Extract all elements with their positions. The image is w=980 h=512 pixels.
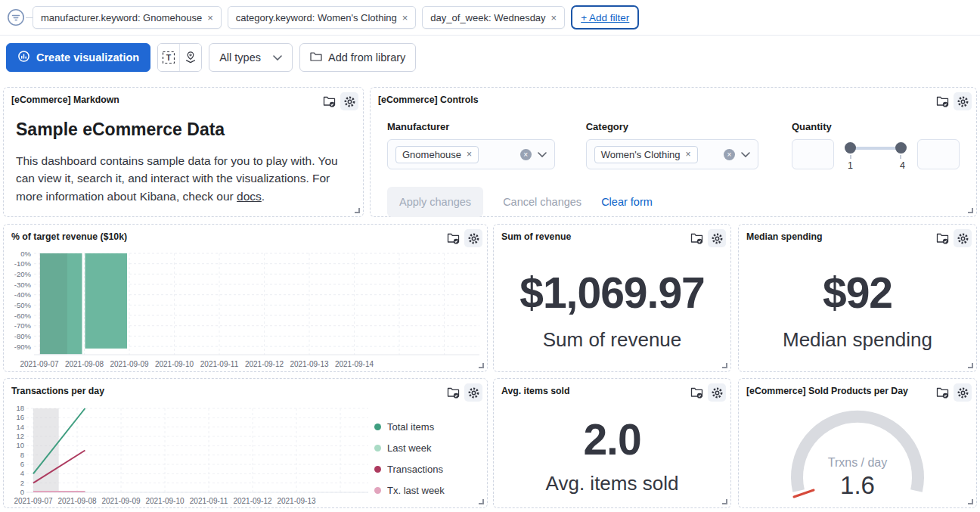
docs-link[interactable]: docs	[237, 190, 262, 203]
panel-resize-handle[interactable]	[355, 208, 360, 213]
quantity-max-input[interactable]	[917, 139, 960, 169]
panel-header: [eCommerce] Markdown	[4, 88, 363, 110]
all-types-label: All types	[219, 51, 261, 64]
clear-selection-icon[interactable]: ×	[520, 149, 532, 160]
metric-label: Avg. items sold	[546, 472, 679, 495]
save-to-library-icon[interactable]	[687, 383, 706, 402]
panel-options-gear-icon[interactable]	[954, 229, 972, 247]
manufacturer-control: Manufacturer Gnomehouse × ×	[387, 121, 555, 171]
panel-sold-products: [eCommerce] Sold Products per Day Trxns …	[738, 378, 977, 508]
filter-pill-label: manufacturer.keyword: Gnomehouse	[41, 12, 202, 23]
filter-pill-category[interactable]: category.keyword: Women's Clothing ×	[228, 6, 417, 29]
svg-text:-40%: -40%	[14, 290, 32, 299]
create-visualization-label: Create visualization	[36, 51, 139, 64]
svg-text:2021-09-10: 2021-09-10	[145, 497, 185, 505]
panel-options-gear-icon[interactable]	[954, 92, 972, 110]
category-pill-label: Women's Clothing	[601, 149, 681, 160]
filter-pill-manufacturer[interactable]: manufacturer.keyword: Gnomehouse ×	[33, 6, 222, 29]
lens-icon	[17, 50, 30, 65]
filter-pill-day-of-week[interactable]: day_of_week: Wednesday ×	[422, 6, 565, 29]
panel-resize-handle[interactable]	[479, 499, 484, 504]
create-visualization-button[interactable]: Create visualization	[6, 43, 150, 72]
save-to-library-icon[interactable]	[687, 229, 706, 247]
add-from-library-button[interactable]: Add from library	[299, 43, 416, 72]
svg-text:12: 12	[16, 432, 24, 440]
target-revenue-bar-chart[interactable]: 0%-10%-20%-30%-40%-50%-60%-70%-80%-90%20…	[8, 250, 482, 373]
save-to-library-icon[interactable]	[933, 92, 951, 110]
panel-resize-handle[interactable]	[968, 363, 973, 368]
svg-text:-30%: -30%	[14, 281, 32, 289]
text-annotation-button[interactable]: T	[158, 44, 179, 71]
panel-options-gear-icon[interactable]	[464, 383, 482, 402]
save-to-library-icon[interactable]	[320, 92, 338, 110]
slider-handle-max[interactable]	[895, 142, 907, 154]
panel-target-revenue: % of target revenue ($10k) 0%-10%-20%-30…	[3, 224, 488, 372]
panel-options-gear-icon[interactable]	[708, 229, 726, 247]
panel-resize-handle[interactable]	[722, 363, 727, 368]
slider-handle-min[interactable]	[845, 142, 856, 154]
panel-title: [eCommerce] Markdown	[11, 92, 119, 105]
clear-form-button[interactable]: Clear form	[601, 196, 653, 208]
save-to-library-icon[interactable]	[933, 229, 951, 247]
svg-text:18: 18	[16, 405, 24, 412]
remove-option-icon[interactable]: ×	[467, 149, 472, 160]
sold-products-gauge-chart: Trxns / day1.6	[744, 402, 971, 507]
remove-filter-icon[interactable]: ×	[551, 13, 557, 23]
add-filter-button[interactable]: + Add filter	[571, 5, 639, 29]
quantity-range-slider[interactable]: 1 4	[845, 142, 907, 171]
save-to-library-icon[interactable]	[444, 229, 462, 247]
clear-selection-icon[interactable]: ×	[724, 149, 735, 160]
filter-menu-icon[interactable]	[6, 8, 26, 27]
panel-title: [eCommerce] Controls	[378, 92, 479, 105]
save-to-library-icon[interactable]	[933, 383, 951, 402]
panel-title: Sum of revenue	[501, 229, 571, 242]
legend-item[interactable]: Last week	[374, 442, 479, 454]
markdown-content: Sample eCommerce Data This dashboard con…	[4, 110, 363, 205]
panel-transactions: Transactions per day 0246810121416182021…	[3, 378, 488, 508]
panel-resize-handle[interactable]	[722, 499, 727, 504]
legend-label: Last week	[387, 442, 432, 454]
metric-value: $92	[823, 268, 892, 318]
svg-text:2021-09-11: 2021-09-11	[190, 497, 228, 505]
cancel-changes-button[interactable]: Cancel changes	[503, 196, 581, 208]
panel-resize-handle[interactable]	[968, 499, 973, 504]
manufacturer-pill: Gnomehouse ×	[395, 146, 479, 163]
remove-filter-icon[interactable]: ×	[402, 13, 408, 23]
panel-options-gear-icon[interactable]	[954, 383, 972, 402]
svg-text:-20%: -20%	[14, 270, 32, 278]
panel-options-gear-icon[interactable]	[708, 383, 726, 402]
manufacturer-pill-label: Gnomehouse	[402, 149, 461, 160]
svg-text:-70%: -70%	[14, 321, 32, 330]
legend-item[interactable]: Transactions	[374, 464, 479, 475]
slider-max-label: 4	[900, 160, 905, 171]
legend-label: Tx. last week	[387, 485, 445, 496]
panel-title: [eCommerce] Sold Products per Day	[746, 383, 908, 396]
transactions-line-chart[interactable]: 0246810121416182021-09-072021-09-082021-…	[8, 405, 370, 509]
filter-bar: manufacturer.keyword: Gnomehouse × categ…	[0, 0, 980, 36]
legend-dot-icon	[374, 424, 381, 430]
add-from-library-label: Add from library	[328, 51, 405, 64]
quantity-min-input[interactable]	[792, 139, 834, 169]
category-select[interactable]: Women's Clothing × ×	[586, 139, 758, 169]
metric-value: $1,069.97	[519, 268, 705, 318]
slider-min-label: 1	[848, 160, 853, 171]
panel-header: Avg. items sold	[494, 379, 730, 402]
remove-filter-icon[interactable]: ×	[207, 13, 213, 23]
apply-changes-button[interactable]: Apply changes	[387, 187, 483, 217]
remove-option-icon[interactable]: ×	[686, 149, 691, 160]
legend-item[interactable]: Total items	[374, 421, 479, 433]
svg-text:2021-09-09: 2021-09-09	[101, 497, 141, 505]
panel-resize-handle[interactable]	[968, 208, 973, 213]
slider-tick	[850, 155, 851, 159]
panel-resize-handle[interactable]	[479, 363, 484, 368]
legend-item[interactable]: Tx. last week	[374, 485, 479, 496]
manufacturer-select[interactable]: Gnomehouse × ×	[387, 139, 555, 169]
panel-options-gear-icon[interactable]	[340, 92, 358, 110]
save-to-library-icon[interactable]	[444, 383, 462, 402]
dashboard-toolbar: Create visualization T All types Add fro…	[0, 36, 980, 79]
maps-button[interactable]	[180, 44, 201, 71]
panel-sum-of-revenue: Sum of revenue $1,069.97 Sum of revenue	[493, 224, 731, 372]
metric-label: Sum of revenue	[543, 328, 682, 352]
all-types-dropdown[interactable]: All types	[209, 43, 293, 72]
panel-options-gear-icon[interactable]	[464, 229, 482, 247]
